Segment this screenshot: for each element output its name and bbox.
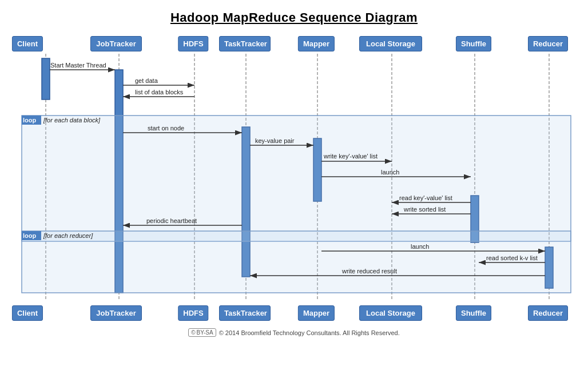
actor-tasktracker-top: TaskTracker <box>219 36 271 51</box>
actor-mapper-bottom: Mapper <box>298 305 335 321</box>
actor-client-top: Client <box>12 36 43 51</box>
svg-text:start on node: start on node <box>148 125 184 132</box>
svg-text:launch: launch <box>381 169 399 176</box>
actor-jobtracker-bottom: JobTracker <box>90 305 142 321</box>
svg-text:read sorted k-v list: read sorted k-v list <box>486 254 538 261</box>
svg-text:[for each data block]: [for each data block] <box>43 117 101 124</box>
diagram-container: Hadoop MapReduce Sequence Diagram Client… <box>0 0 588 370</box>
actor-client-bottom: Client <box>12 305 43 321</box>
diagram-title: Hadoop MapReduce Sequence Diagram <box>0 10 588 25</box>
actor-tasktracker-bottom: TaskTracker <box>219 305 271 321</box>
sequence-area: loop [for each data block] loop [for eac… <box>10 54 578 300</box>
top-actors: Client JobTracker HDFS TaskTracker Mappe… <box>10 33 578 54</box>
svg-text:Start Master Thread: Start Master Thread <box>50 62 106 69</box>
cc-badge: © BY-SA <box>188 328 216 337</box>
actor-reducer-bottom: Reducer <box>528 305 568 321</box>
svg-rect-18 <box>22 231 571 293</box>
svg-text:write key'-value' list: write key'-value' list <box>323 153 378 160</box>
actor-mapper-top: Mapper <box>298 36 335 51</box>
cc-icon: © <box>191 329 195 336</box>
svg-text:launch: launch <box>411 243 429 250</box>
svg-text:read key'-value' list: read key'-value' list <box>399 194 452 201</box>
actor-hdfs-top: HDFS <box>178 36 208 51</box>
actor-jobtracker-top: JobTracker <box>90 36 142 51</box>
actor-reducer-top: Reducer <box>528 36 568 51</box>
svg-text:write reduced result: write reduced result <box>341 268 397 274</box>
svg-text:[for each reducer]: [for each reducer] <box>43 232 93 239</box>
svg-text:loop: loop <box>23 232 36 239</box>
sequence-svg: loop [for each data block] loop [for eac… <box>10 54 577 300</box>
svg-text:write sorted list: write sorted list <box>403 206 446 213</box>
cc-by-sa: BY-SA <box>197 329 213 336</box>
svg-rect-14 <box>22 116 571 241</box>
bottom-actors: Client JobTracker HDFS TaskTracker Mappe… <box>10 302 578 324</box>
svg-text:key-value pair: key-value pair <box>255 137 295 144</box>
svg-text:list of data blocks: list of data blocks <box>135 89 184 96</box>
actor-shuffle-bottom: Shuffle <box>456 305 491 321</box>
svg-rect-8 <box>42 58 50 100</box>
actor-localstorage-bottom: Local Storage <box>359 305 422 321</box>
copyright-bar: © BY-SA © 2014 Broomfield Technology Con… <box>0 328 588 337</box>
svg-text:get data: get data <box>135 77 158 84</box>
svg-text:periodic heartbeat: periodic heartbeat <box>146 217 197 224</box>
copyright-text: © 2014 Broomfield Technology Consultants… <box>219 329 400 336</box>
actor-localstorage-top: Local Storage <box>359 36 422 51</box>
svg-text:loop: loop <box>23 117 36 124</box>
actor-hdfs-bottom: HDFS <box>178 305 208 321</box>
actor-shuffle-top: Shuffle <box>456 36 491 51</box>
